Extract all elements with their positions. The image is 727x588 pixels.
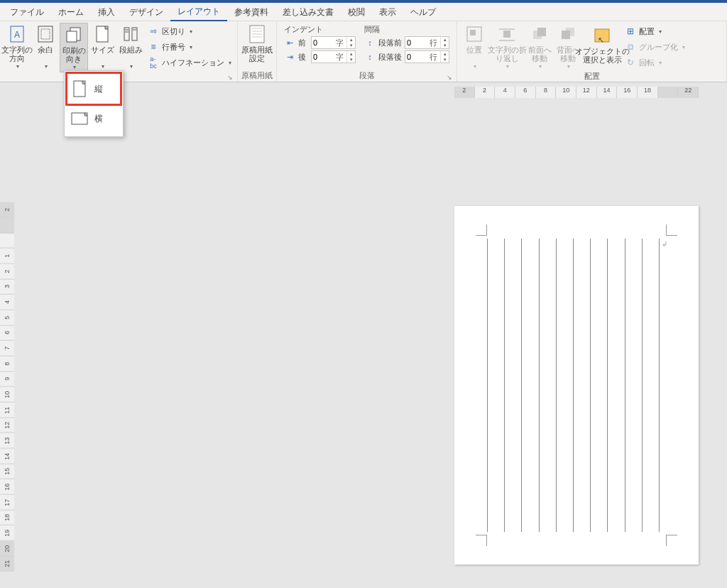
svg-rect-2 <box>38 26 53 42</box>
position-label: 位置 <box>466 45 482 62</box>
tab-view[interactable]: 表示 <box>372 4 403 21</box>
bring-forward-icon <box>530 24 550 44</box>
margins-icon <box>35 24 55 44</box>
spin-up[interactable]: ▴ <box>347 51 355 57</box>
chevron-down-icon: ▾ <box>16 62 19 71</box>
ribbon-tabs: ファイル ホーム 挿入 デザイン レイアウト 参考資料 差し込み文書 校閲 表示… <box>0 3 727 21</box>
paragraph-mark-icon: ↲ <box>662 240 667 248</box>
wrap-text-button: 文字列の折 り返し▾ <box>488 23 525 71</box>
tab-insert[interactable]: 挿入 <box>91 4 122 21</box>
orientation-portrait-label: 縦 <box>94 83 103 95</box>
spin-up[interactable]: ▴ <box>347 37 355 43</box>
align-label: 配置 <box>639 26 655 37</box>
tab-design[interactable]: デザイン <box>122 4 170 21</box>
spin-down[interactable]: ▾ <box>347 57 355 62</box>
indent-right-spinner[interactable]: 字 ▴▾ <box>311 50 356 63</box>
group-objects-button: ⧉グループ化▾ <box>625 40 685 54</box>
group-icon: ⧉ <box>625 41 636 53</box>
send-backward-icon <box>558 24 578 44</box>
text-direction-label: 文字列の 方向 <box>1 45 33 62</box>
manuscript-button[interactable]: 原稿用紙 設定 <box>241 23 273 62</box>
svg-rect-19 <box>470 30 476 36</box>
tab-help[interactable]: ヘルプ <box>403 4 443 21</box>
size-icon <box>92 24 112 44</box>
portrait-icon <box>70 78 89 99</box>
indent-right-icon: ⇥ <box>284 52 295 62</box>
spacing-before-unit: 行 <box>430 38 440 48</box>
horizontal-ruler[interactable]: 22468101214161822 <box>454 87 699 98</box>
svg-rect-24 <box>537 28 546 36</box>
margins-button[interactable]: 余白 ▾ <box>31 23 60 71</box>
manuscript-icon <box>247 24 267 44</box>
tab-review[interactable]: 校閲 <box>341 4 372 21</box>
chevron-down-icon: ▾ <box>229 60 231 66</box>
spin-up[interactable]: ▴ <box>441 51 449 57</box>
orientation-landscape-option[interactable]: 横 <box>67 104 120 134</box>
wrap-text-label: 文字列の折 り返し <box>488 45 527 62</box>
spin-down[interactable]: ▾ <box>441 57 449 62</box>
breaks-button[interactable]: ⥤ 区切り ▾ <box>148 24 231 38</box>
text-direction-button[interactable]: A 文字列の 方向 ▾ <box>3 23 31 71</box>
breaks-icon: ⥤ <box>148 26 159 37</box>
size-label: サイズ <box>91 45 114 62</box>
group-paragraph: インデント ⇤ 前 字 ▴▾ ⇥ 後 字 ▴▾ <box>277 21 457 82</box>
breaks-label: 区切り <box>162 26 185 37</box>
bring-forward-label: 前面へ 移動 <box>528 45 552 62</box>
align-button[interactable]: ⊞配置▾ <box>625 24 685 38</box>
spacing-after-unit: 行 <box>430 52 440 62</box>
columns-icon <box>121 24 141 44</box>
indent-right-input[interactable] <box>312 53 336 61</box>
line-numbers-icon: ≡ <box>148 41 159 53</box>
orientation-portrait-option[interactable]: 縦 <box>67 74 120 104</box>
spacing-after-label: 段落後 <box>378 52 402 62</box>
spacing-before-input[interactable] <box>405 38 430 47</box>
indent-left-unit: 字 <box>336 38 346 48</box>
crop-mark-tr <box>666 224 677 236</box>
spacing-before-spinner[interactable]: 行 ▴▾ <box>405 36 449 49</box>
spacing-before-label: 段落前 <box>378 38 402 48</box>
spin-down[interactable]: ▾ <box>347 43 355 48</box>
document-page[interactable]: ↲ <box>454 206 699 565</box>
line-numbers-label: 行番号 <box>162 42 185 53</box>
indent-left-label: 前 <box>298 38 308 48</box>
spin-up[interactable]: ▴ <box>441 37 449 43</box>
crop-mark-br <box>666 535 677 546</box>
size-button[interactable]: サイズ ▾ <box>88 23 116 71</box>
group-objects-label: グループ化 <box>639 42 678 53</box>
orientation-icon <box>64 25 84 45</box>
hyphenation-button[interactable]: a-bc ハイフネーション ▾ <box>148 55 231 70</box>
svg-text:A: A <box>14 30 20 40</box>
orientation-button[interactable]: 印刷の 向き ▾ <box>60 23 88 72</box>
position-button: 位置▾ <box>460 23 488 71</box>
paragraph-dialog-launcher[interactable]: ↘ <box>447 74 452 81</box>
vertical-ruler[interactable]: 2120191817161514131211109876543212 <box>0 202 14 572</box>
chevron-down-icon: ▾ <box>190 44 192 50</box>
orientation-label: 印刷の 向き <box>62 46 86 63</box>
text-direction-icon: A <box>7 24 27 44</box>
tab-home[interactable]: ホーム <box>51 4 91 21</box>
spacing-after-icon: ↕ <box>364 52 376 62</box>
group-manuscript: 原稿用紙 設定 原稿用紙 <box>238 21 277 82</box>
tab-layout[interactable]: レイアウト <box>170 3 227 21</box>
crop-mark-tl <box>476 224 487 236</box>
columns-button[interactable]: 段組み ▾ <box>116 23 145 71</box>
pagesetup-dialog-launcher[interactable]: ↘ <box>227 74 233 81</box>
tab-file[interactable]: ファイル <box>3 4 51 21</box>
indent-left-spinner[interactable]: 字 ▴▾ <box>311 36 356 49</box>
margins-label: 余白 <box>38 45 53 62</box>
spacing-after-input[interactable] <box>405 53 430 61</box>
tab-mailings[interactable]: 差し込み文書 <box>275 4 341 21</box>
cursor-icon: ↖ <box>598 36 604 44</box>
line-numbers-button[interactable]: ≡ 行番号 ▾ <box>148 40 231 54</box>
orientation-dropdown: 縦 横 <box>64 70 124 137</box>
manuscript-grid <box>487 239 660 532</box>
spacing-after-spinner[interactable]: 行 ▴▾ <box>405 50 449 63</box>
indent-left-input[interactable] <box>312 38 336 47</box>
selection-pane-button[interactable]: ↖ オブジェクトの 選択と表示 <box>582 23 622 64</box>
spin-down[interactable]: ▾ <box>441 43 449 48</box>
rotate-button: ↻回転▾ <box>625 55 685 70</box>
manuscript-group-label: 原稿用紙 <box>241 70 273 81</box>
crop-mark-bl <box>476 535 487 546</box>
wrap-text-icon <box>497 24 517 44</box>
tab-references[interactable]: 参考資料 <box>227 4 275 21</box>
